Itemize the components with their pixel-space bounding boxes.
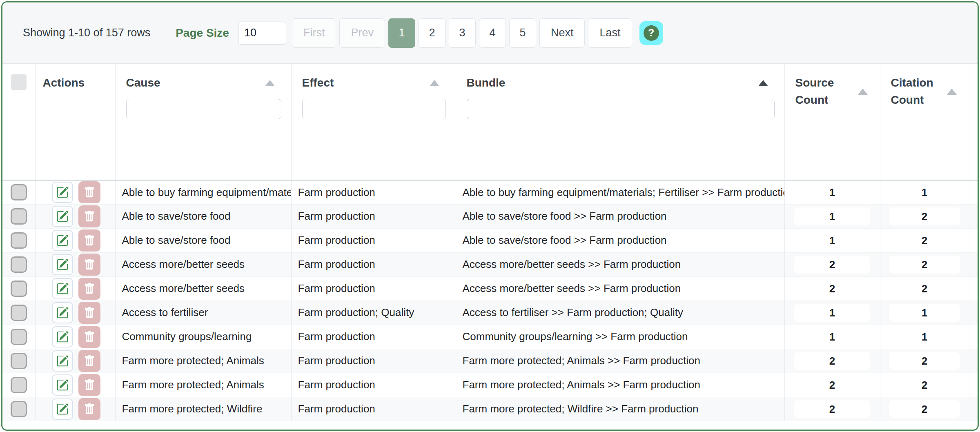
delete-button[interactable] xyxy=(78,205,100,227)
row-checkbox[interactable] xyxy=(11,184,27,200)
edit-button[interactable] xyxy=(52,230,73,251)
page-button-prev[interactable]: Prev xyxy=(339,18,385,48)
source-count-cell: 1 xyxy=(794,304,870,322)
column-header-bundle[interactable]: Bundle xyxy=(467,74,506,91)
source-count-cell: 2 xyxy=(794,376,870,394)
column-header-actions: Actions xyxy=(43,76,85,89)
pencil-square-icon xyxy=(56,379,69,391)
edit-button[interactable] xyxy=(52,302,73,323)
page-button-first[interactable]: First xyxy=(292,18,336,48)
pencil-square-icon xyxy=(56,234,69,247)
row-checkbox[interactable] xyxy=(11,377,27,393)
delete-button[interactable] xyxy=(78,278,100,300)
table-row: Farm more protected; Wildfire Farm produ… xyxy=(2,397,978,421)
cause-cell: Access more/better seeds xyxy=(122,258,245,270)
edit-button[interactable] xyxy=(52,278,73,299)
page-button-next[interactable]: Next xyxy=(539,18,585,48)
citation-count-cell: 2 xyxy=(889,256,960,274)
edit-button[interactable] xyxy=(52,206,73,227)
edit-button[interactable] xyxy=(52,254,73,275)
sort-icon-citation-count[interactable] xyxy=(947,89,957,95)
column-header-citation-count[interactable]: Citation Count xyxy=(891,74,940,109)
row-checkbox[interactable] xyxy=(11,281,27,297)
delete-button[interactable] xyxy=(78,326,100,348)
table-row: Able to save/store food Farm production … xyxy=(2,204,978,228)
question-icon: ? xyxy=(644,25,659,41)
page-button-2[interactable]: 2 xyxy=(419,18,445,48)
edit-button[interactable] xyxy=(52,399,73,420)
pencil-square-icon xyxy=(56,283,69,295)
effect-cell: Farm production; Quality xyxy=(298,306,414,318)
column-header-cause[interactable]: Cause xyxy=(126,74,160,91)
table-row: Access more/better seeds Farm production… xyxy=(2,276,978,301)
row-checkbox[interactable] xyxy=(11,401,27,417)
page-button-4[interactable]: 4 xyxy=(479,18,506,48)
citation-count-cell: 1 xyxy=(889,328,960,346)
cause-cell: Able to buy farming equipment/materials xyxy=(122,186,292,198)
row-checkbox[interactable] xyxy=(11,256,27,273)
row-checkbox[interactable] xyxy=(11,329,27,345)
cause-cell: Farm more protected; Animals xyxy=(122,354,264,367)
row-checkbox[interactable] xyxy=(11,232,27,249)
edit-button[interactable] xyxy=(52,326,73,347)
pencil-square-icon xyxy=(56,258,69,271)
pencil-square-icon xyxy=(56,307,69,319)
delete-button[interactable] xyxy=(78,302,100,324)
source-count-cell: 1 xyxy=(794,183,870,201)
help-button[interactable]: ? xyxy=(639,21,663,45)
row-checkbox[interactable] xyxy=(11,305,27,321)
table-row: Able to save/store food Farm production … xyxy=(2,228,978,252)
cause-cell: Farm more protected; Animals xyxy=(122,379,264,391)
bundle-filter-input[interactable] xyxy=(467,99,775,119)
data-table: Actions Cause Effect xyxy=(2,64,978,421)
effect-cell: Farm production xyxy=(298,210,375,222)
page-button-last[interactable]: Last xyxy=(588,18,632,48)
column-header-source-count[interactable]: Source Count xyxy=(795,74,844,109)
sort-icon-source-count[interactable] xyxy=(858,89,868,95)
delete-button[interactable] xyxy=(78,398,100,420)
edit-button[interactable] xyxy=(52,374,73,396)
bundle-cell: Access more/better seeds >> Farm product… xyxy=(463,282,681,294)
source-count-cell: 1 xyxy=(794,207,870,225)
row-checkbox[interactable] xyxy=(11,208,27,225)
page-size-input[interactable] xyxy=(238,22,286,45)
cause-cell: Access to fertiliser xyxy=(122,306,208,318)
cause-filter-input[interactable] xyxy=(126,99,281,119)
page-button-1[interactable]: 1 xyxy=(388,18,415,48)
delete-button[interactable] xyxy=(78,254,100,276)
bundle-cell: Access more/better seeds >> Farm product… xyxy=(463,258,681,270)
cause-cell: Able to save/store food xyxy=(122,210,231,222)
citation-count-cell: 2 xyxy=(889,400,960,418)
pencil-square-icon xyxy=(56,355,69,367)
trash-icon xyxy=(84,403,95,415)
pencil-square-icon xyxy=(56,186,69,198)
page-size-label: Page Size xyxy=(176,27,229,40)
citation-count-cell: 2 xyxy=(889,280,960,298)
delete-button[interactable] xyxy=(78,350,100,372)
screen: Showing 1-10 of 157 rows Page Size First… xyxy=(0,0,980,432)
source-count-cell: 2 xyxy=(794,256,870,274)
page-button-5[interactable]: 5 xyxy=(509,18,536,48)
sort-icon-effect[interactable] xyxy=(430,80,439,86)
select-all-checkbox[interactable] xyxy=(11,74,27,90)
page-button-3[interactable]: 3 xyxy=(449,18,476,48)
delete-button[interactable] xyxy=(78,181,100,203)
edit-button[interactable] xyxy=(52,350,73,372)
toolbar: Showing 1-10 of 157 rows Page Size First… xyxy=(2,2,978,64)
effect-filter-input[interactable] xyxy=(302,99,446,119)
cause-cell: Community groups/learning xyxy=(122,330,252,343)
sort-icon-bundle[interactable] xyxy=(758,80,768,86)
pencil-square-icon xyxy=(56,331,69,343)
sort-icon-cause[interactable] xyxy=(265,80,275,86)
edit-button[interactable] xyxy=(52,182,73,203)
citation-count-cell: 2 xyxy=(889,232,960,249)
source-count-cell: 2 xyxy=(794,280,870,298)
trash-icon xyxy=(84,355,95,367)
citation-count-cell: 2 xyxy=(889,376,960,394)
row-checkbox[interactable] xyxy=(11,353,27,369)
pagination: FirstPrev12345NextLast xyxy=(292,18,632,48)
delete-button[interactable] xyxy=(78,374,100,396)
delete-button[interactable] xyxy=(78,229,100,252)
source-count-cell: 1 xyxy=(794,232,870,249)
column-header-effect[interactable]: Effect xyxy=(302,74,334,91)
